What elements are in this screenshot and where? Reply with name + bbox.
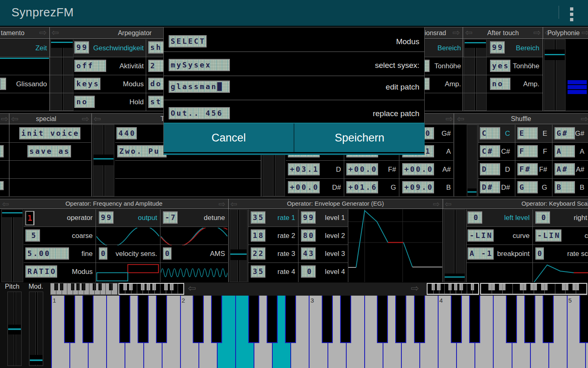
shuffle-lcd-D#[interactable]: D# <box>480 181 500 193</box>
shuffle-lcd-C#[interactable]: C# <box>480 145 500 157</box>
black-key-4[interactable] <box>138 296 149 343</box>
dialog-modus-lcd[interactable]: SELECT <box>169 35 207 47</box>
shuffle-lcd-G#[interactable]: G# <box>555 127 575 139</box>
note-offset-lcd-F#[interactable]: +00.0 <box>346 163 378 175</box>
level1-lcd[interactable]: 99 <box>301 211 316 224</box>
dialog-patch-name-input[interactable]: glassman█ <box>169 81 230 93</box>
panel-prev-icon[interactable]: ⇦ <box>457 114 464 123</box>
level4-lcd[interactable]: 0 <box>301 265 316 278</box>
black-key-14[interactable] <box>322 296 333 343</box>
left-level-lcd[interactable]: 0 <box>468 211 482 224</box>
fader-handle[interactable] <box>445 274 465 282</box>
remnant-lcd-sliver[interactable] <box>0 145 4 157</box>
arp-speed-lcd[interactable]: 99 <box>74 41 89 54</box>
opfreq-fader[interactable] <box>1 209 23 282</box>
black-key-25[interactable] <box>524 296 535 343</box>
note-offset-lcd-G[interactable]: +01.6 <box>346 181 378 193</box>
panel-next-icon[interactable]: ⇨ <box>581 114 588 123</box>
at-bereich-lcd[interactable]: 99 <box>490 41 505 54</box>
keyboard-navigator[interactable] <box>51 283 588 296</box>
panel-next-icon[interactable]: ⇨ <box>433 200 440 209</box>
fader-handle[interactable] <box>230 249 247 260</box>
pitch-wheel[interactable] <box>7 292 22 366</box>
black-key-21[interactable] <box>451 296 462 343</box>
polyphonie-fader[interactable] <box>544 39 566 111</box>
cancel-button[interactable]: Cancel <box>164 123 294 152</box>
black-key-12[interactable] <box>285 296 296 343</box>
arp-mode-lcd[interactable]: keys <box>74 78 100 90</box>
black-key-15[interactable] <box>340 296 351 343</box>
note-offset-lcd-A#[interactable]: +00.0 <box>402 163 434 175</box>
at-tonhoehe-lcd[interactable]: yes <box>490 60 510 72</box>
detune-lcd[interactable]: -7 <box>163 211 178 224</box>
navigator-mini-left[interactable] <box>50 283 118 295</box>
tuning-temperament-lcd[interactable]: Zwo. Pu <box>117 145 167 157</box>
shuffle-lcd-G[interactable]: G <box>517 181 538 193</box>
opks-fader[interactable] <box>444 209 466 282</box>
level2-lcd[interactable]: 80 <box>301 229 316 242</box>
panel-next-icon[interactable]: ⇨ <box>581 28 588 37</box>
save-button[interactable]: Speichern <box>294 123 425 152</box>
panel-next-icon[interactable]: ⇨ <box>452 28 460 37</box>
fader-handle[interactable] <box>465 40 486 48</box>
shuffle-lcd-B[interactable]: B <box>555 181 575 193</box>
shuffle-lcd-D[interactable]: D <box>480 163 500 175</box>
rate-scaling-lcd[interactable]: 0 <box>535 247 544 260</box>
note-offset-lcd-B[interactable]: +09.0 <box>402 181 434 193</box>
modrad-amp-lcd-sliver[interactable] <box>425 78 430 90</box>
navigator-window-left[interactable] <box>118 283 184 295</box>
tuning-frequency-lcd[interactable]: 440 <box>116 127 137 139</box>
coarse-lcd[interactable]: 5 <box>25 229 40 242</box>
note-offset-lcd-D[interactable]: +03.1 <box>288 163 320 175</box>
fader-handle[interactable] <box>2 210 22 217</box>
velocity-sens-lcd[interactable]: 0 <box>99 247 107 260</box>
modus-lcd[interactable]: RATIO <box>25 265 57 278</box>
opeg-fader[interactable] <box>229 209 247 282</box>
glissando-lcd-sliver[interactable] <box>0 78 6 90</box>
modrad-tonhoehe-lcd-sliver[interactable] <box>425 60 430 72</box>
shuffle-lcd-E[interactable]: E <box>517 127 538 139</box>
shuffle-lcd-F[interactable]: F <box>517 145 538 157</box>
operator-number-led[interactable]: 1 <box>25 211 34 225</box>
fader-handle[interactable] <box>94 155 114 165</box>
panel-next-icon[interactable]: ⇨ <box>445 114 453 123</box>
rate2-lcd[interactable]: 18 <box>251 229 265 242</box>
shuffle-lcd-A[interactable]: A <box>555 145 575 157</box>
dialog-sysex-lcd[interactable]: mySysex <box>169 59 230 71</box>
panel-next-icon[interactable]: ⇨ <box>39 28 47 37</box>
panel-prev-icon[interactable]: ⇦ <box>51 28 59 37</box>
shuffle-fader[interactable] <box>467 125 477 196</box>
black-key-3[interactable] <box>119 296 130 343</box>
right-level-lcd[interactable]: 0 <box>535 211 550 224</box>
panel-next-icon[interactable]: ⇨ <box>1 114 8 123</box>
dialog-replace-lcd[interactable]: Out.. 456 <box>169 107 230 119</box>
black-key-10[interactable] <box>248 296 259 343</box>
portamento-slider-indicator[interactable] <box>0 58 49 59</box>
black-key-1[interactable] <box>82 296 94 343</box>
arp-activity-lcd[interactable]: off <box>74 60 106 72</box>
rate1-lcd[interactable]: 35 <box>251 211 265 224</box>
navigator-window-wide[interactable] <box>480 283 587 295</box>
black-key-17[interactable] <box>377 296 388 343</box>
black-key-5[interactable] <box>156 296 167 343</box>
black-key-26[interactable] <box>543 296 554 343</box>
black-key-19[interactable] <box>414 296 425 343</box>
panel-prev-icon[interactable]: ⇦ <box>445 200 452 209</box>
rate3-lcd[interactable]: 22 <box>251 247 265 260</box>
black-key-28[interactable] <box>579 296 588 343</box>
at-amp-lcd[interactable]: no <box>490 78 510 90</box>
black-key-11[interactable] <box>267 296 278 343</box>
tuning-fader[interactable] <box>93 125 114 196</box>
panel-next-icon[interactable]: ⇨ <box>218 200 225 209</box>
shuffle-lcd-C[interactable]: C <box>480 127 500 139</box>
arp-hold-lcd[interactable]: no <box>74 96 95 108</box>
black-key-8[interactable] <box>211 296 222 343</box>
black-key-0[interactable] <box>64 296 75 343</box>
save-as-button[interactable]: save as <box>27 145 71 157</box>
init-voice-button[interactable]: init voice <box>19 127 80 139</box>
mod-wheel[interactable] <box>29 292 43 366</box>
black-key-18[interactable] <box>395 296 406 343</box>
right-curve-lcd[interactable]: -LIN <box>535 229 561 242</box>
fine-lcd[interactable]: 5.00 <box>25 247 69 260</box>
shuffle-lcd-A#[interactable]: A# <box>555 163 575 175</box>
